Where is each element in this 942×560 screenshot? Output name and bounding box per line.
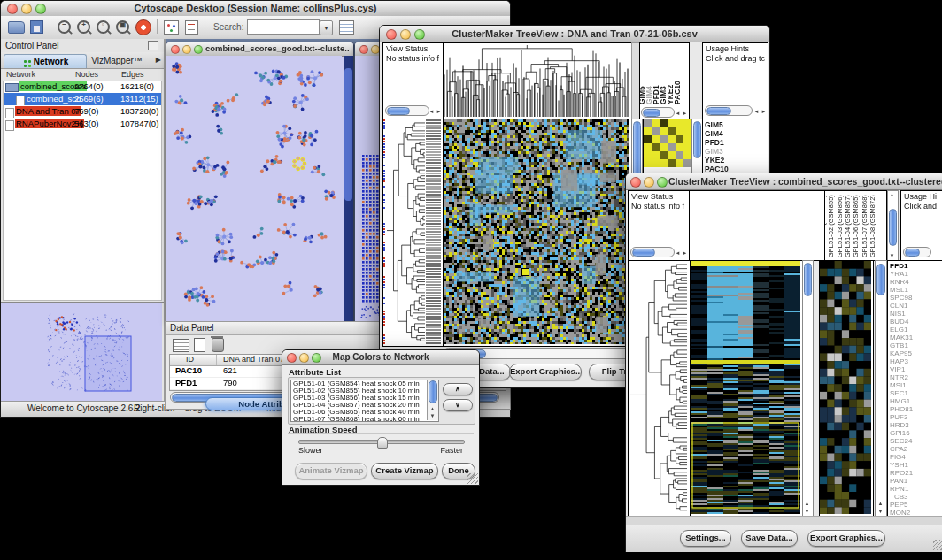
tab-overflow-icon[interactable]: ▶ (156, 56, 161, 64)
minimize-icon[interactable] (644, 177, 654, 188)
attribute-list-scrollbar[interactable]: ▲ ▼ (427, 380, 438, 420)
gene-label[interactable]: PAN1 (888, 477, 942, 485)
zoom-out-icon[interactable]: − (58, 20, 71, 34)
network-window-titlebar[interactable]: combined_scores_good.txt--cluste... (166, 42, 353, 57)
matrix-cell[interactable] (683, 143, 691, 151)
matrix-cell[interactable] (668, 119, 676, 127)
matrix-cell[interactable] (683, 159, 691, 167)
network-table-row[interactable]: DNA and Tran 07769(0)183728(0) (4, 105, 161, 118)
close-icon[interactable] (386, 29, 397, 40)
minimize-icon[interactable] (299, 353, 309, 363)
gene-label[interactable]: PEP5 (888, 501, 942, 509)
create-vizmap-button[interactable]: Create Vizmap (371, 463, 438, 479)
attribute-list-item[interactable]: GPL51-07 (GSM868) heat shock 60 min (291, 416, 438, 422)
network-canvas[interactable] (166, 56, 342, 321)
tv2-heatmap[interactable] (691, 260, 803, 517)
tab-network[interactable]: Network (4, 54, 87, 68)
gene-label[interactable]: SPC98 (888, 294, 942, 302)
matrix-cell[interactable] (652, 143, 660, 151)
gene-label[interactable]: YSH1 (888, 461, 942, 469)
scroll-right-icon[interactable]: ► (681, 250, 689, 257)
scroll-down-icon[interactable]: ▼ (803, 509, 811, 515)
treeview2-titlebar[interactable]: ClusterMaker TreeView : combined_scores_… (626, 173, 942, 190)
gene-label[interactable]: CPA2 (888, 445, 942, 453)
delete-attribute-icon[interactable] (212, 338, 224, 352)
resize-grip[interactable] (933, 540, 942, 550)
gene-label[interactable]: GIM5 (703, 120, 768, 129)
matrix-cell[interactable] (652, 119, 660, 127)
animate-vizmap-button[interactable]: Animate Vizmap (295, 463, 367, 479)
close-icon[interactable] (171, 45, 180, 54)
gene-label[interactable]: SEC1 (888, 389, 942, 397)
gene-label[interactable]: CLN1 (888, 302, 942, 310)
matrix-cell[interactable] (676, 135, 683, 143)
gene-label[interactable]: GTB1 (888, 341, 942, 349)
tv2-button-export-graphics[interactable]: Export Graphics... (807, 530, 885, 547)
matrix-cell[interactable] (652, 151, 660, 159)
matrix-cell[interactable] (652, 135, 660, 143)
tv2-zoom-heatmap[interactable] (819, 260, 874, 517)
data-col-id[interactable]: ID (186, 355, 194, 364)
gene-label[interactable]: NIS1 (888, 310, 942, 318)
matrix-cell[interactable] (644, 135, 652, 143)
scroll-down-icon[interactable]: ▼ (876, 509, 884, 515)
tv1-labels-scrollbar[interactable] (641, 107, 675, 118)
tv2-usage-scrollbar[interactable] (903, 247, 931, 257)
tv1-button-export-graphics[interactable]: Export Graphics... (509, 364, 582, 380)
network-table-row[interactable]: combined_sco2569(6)13112(15) (4, 93, 161, 105)
gene-label[interactable]: TCB3 (888, 493, 942, 501)
network-vscrollbar[interactable] (344, 56, 353, 322)
close-icon[interactable] (287, 353, 297, 363)
matrix-cell[interactable] (660, 119, 668, 127)
matrix-cell[interactable] (660, 159, 668, 167)
gene-label[interactable]: NTR2 (888, 373, 942, 381)
gene-label[interactable]: GIM3 (703, 147, 768, 156)
tv1-usage-scrollbar[interactable] (705, 105, 753, 116)
matrix-cell[interactable] (660, 135, 668, 143)
matrix-cell[interactable] (644, 143, 652, 151)
scroll-up-icon[interactable]: ▲ (876, 501, 884, 507)
zoom-window-icon[interactable] (657, 177, 668, 188)
tab-vizmapper[interactable]: VizMapper™ (87, 54, 147, 67)
matrix-cell[interactable] (676, 151, 683, 159)
matrix-cell[interactable] (676, 127, 683, 135)
resize-grip[interactable] (467, 473, 478, 484)
new-attribute-icon[interactable] (194, 338, 205, 352)
gene-label[interactable]: MSL1 (888, 286, 942, 294)
help-lifesaver-icon[interactable] (135, 19, 151, 35)
col-network[interactable]: Network (6, 70, 35, 79)
tv1-row-dendrogram[interactable] (382, 119, 444, 347)
gene-label[interactable]: VIP1 (888, 365, 942, 373)
matrix-cell[interactable] (644, 159, 652, 167)
dialog-titlebar[interactable]: Map Colors to Network (282, 350, 479, 365)
tv2-heatmap-vscrollbar[interactable]: ▲ ▼ (802, 260, 814, 517)
table-mode-icon[interactable] (173, 339, 189, 352)
scroll-right-icon[interactable]: ► (681, 111, 689, 117)
zoom-fit-icon[interactable]: ▣ (116, 20, 129, 34)
open-file-icon[interactable] (8, 21, 25, 34)
matrix-cell[interactable] (676, 159, 683, 167)
tv2-status-scrollbar[interactable] (630, 247, 675, 257)
scroll-down-icon[interactable]: ▼ (429, 413, 436, 419)
annotation-icon[interactable] (185, 20, 198, 35)
gene-label[interactable]: RNR4 (888, 278, 942, 286)
tv1-heatmap[interactable] (443, 119, 632, 347)
tv2-column-dendrogram[interactable] (689, 190, 825, 261)
animation-speed-slider[interactable] (298, 440, 465, 444)
network-table-row[interactable]: RNAPuberNov2+|563(0)107847(0) (4, 118, 161, 130)
gene-label[interactable]: GIM4 (703, 129, 768, 138)
move-up-button[interactable]: ∧ (443, 383, 473, 395)
main-titlebar[interactable]: Cytoscape Desktop (Session Name: collins… (1, 1, 510, 17)
matrix-cell[interactable] (660, 151, 668, 159)
close-icon[interactable] (630, 177, 641, 188)
scroll-right-icon[interactable]: ► (435, 109, 443, 115)
save-icon[interactable] (30, 20, 43, 34)
matrix-cell[interactable] (652, 159, 660, 167)
close-icon[interactable] (7, 4, 18, 14)
gene-label[interactable]: PHO81 (888, 405, 942, 413)
tv1-column-dendrogram[interactable] (443, 42, 632, 119)
matrix-cell[interactable] (676, 119, 683, 127)
gene-label[interactable]: SEC24 (888, 437, 942, 445)
network-overview-icon[interactable] (164, 20, 179, 35)
scroll-down-icon[interactable]: ▼ (888, 253, 896, 259)
